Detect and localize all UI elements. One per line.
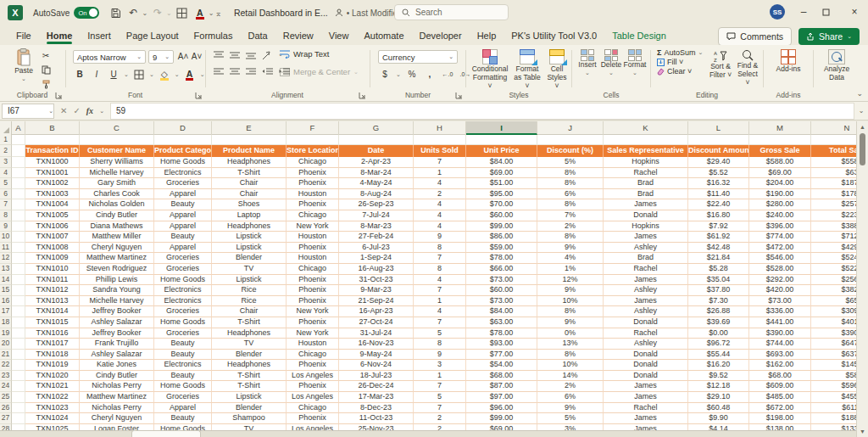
- excel-logo-icon[interactable]: X: [8, 5, 23, 20]
- cell[interactable]: Hopkins: [604, 157, 688, 168]
- format-cells-button[interactable]: Format ⌄: [624, 49, 646, 76]
- cell[interactable]: Lipstick: [212, 275, 287, 286]
- redo-button[interactable]: ↷: [150, 4, 165, 21]
- cell[interactable]: 27-Feb-24: [339, 232, 414, 243]
- cell[interactable]: Phoenix: [287, 275, 339, 286]
- font-color-button[interactable]: A: [183, 68, 197, 81]
- ribbon-tab-insert[interactable]: Insert: [80, 28, 119, 43]
- cell[interactable]: Katie Jones: [80, 360, 154, 371]
- cell[interactable]: Houston: [287, 189, 339, 200]
- cell[interactable]: Beauty: [154, 339, 212, 350]
- align-top-icon[interactable]: [214, 51, 224, 59]
- cell[interactable]: TXN1017: [25, 339, 80, 350]
- cell[interactable]: TXN1015: [25, 317, 80, 328]
- cell[interactable]: TXN1006: [25, 221, 80, 233]
- cell[interactable]: Chicago: [287, 210, 339, 221]
- cell[interactable]: $51.00: [466, 178, 537, 189]
- cell[interactable]: 5: [414, 392, 466, 403]
- cell[interactable]: Rice: [212, 285, 287, 296]
- cell[interactable]: TXN1014: [25, 306, 80, 317]
- cell[interactable]: Hopkins: [604, 221, 688, 233]
- font-color-dropdown[interactable]: ⌄: [200, 71, 205, 78]
- cell[interactable]: Donald: [604, 371, 688, 382]
- cell[interactable]: $647.28: [811, 339, 856, 350]
- cell[interactable]: $73.00: [749, 296, 811, 307]
- cell[interactable]: Beauty: [154, 232, 212, 243]
- cell[interactable]: James: [604, 381, 688, 392]
- ribbon-tab-file[interactable]: File: [8, 28, 39, 43]
- cell[interactable]: Matthew Martinez: [80, 253, 154, 264]
- cell[interactable]: $69.00: [466, 424, 537, 430]
- cell[interactable]: 2-Apr-23: [339, 157, 414, 168]
- maximize-button[interactable]: [822, 8, 836, 16]
- row-header-16[interactable]: 16: [0, 296, 12, 307]
- row-header-22[interactable]: 22: [0, 360, 12, 371]
- cell[interactable]: $223.20: [811, 210, 856, 221]
- align-bottom-icon[interactable]: [246, 51, 256, 59]
- increase-font-button[interactable]: A˄: [176, 50, 190, 63]
- cell[interactable]: 0%: [537, 328, 604, 339]
- cell[interactable]: [12, 339, 25, 350]
- cell[interactable]: [25, 135, 80, 145]
- cell[interactable]: 4: [414, 306, 466, 317]
- insert-cells-dropdown[interactable]: ⌄: [585, 70, 590, 76]
- cell[interactable]: 8-Dec-23: [339, 403, 414, 414]
- cell[interactable]: 8%: [537, 178, 604, 189]
- cell[interactable]: Nicholas Perry: [80, 381, 154, 392]
- cell[interactable]: $96.00: [466, 403, 537, 414]
- addins-button[interactable]: Add-ins: [771, 49, 805, 74]
- cell[interactable]: Chair: [212, 189, 287, 200]
- cell[interactable]: Los Angeles: [287, 424, 339, 430]
- cell[interactable]: $257.60: [811, 199, 856, 210]
- cell[interactable]: Houston: [287, 232, 339, 243]
- decrease-font-button[interactable]: A˅: [190, 50, 203, 63]
- cell[interactable]: Chicago: [287, 157, 339, 168]
- underline-dropdown[interactable]: ⌄: [124, 71, 129, 78]
- cell[interactable]: $588.00: [749, 157, 811, 168]
- cell[interactable]: Ashley: [604, 306, 688, 317]
- cell[interactable]: [12, 371, 25, 382]
- cell[interactable]: Cheryl Nguyen: [80, 243, 154, 254]
- increase-decimal-button[interactable]: ←.0: [441, 68, 454, 81]
- cell[interactable]: [12, 403, 25, 414]
- cell[interactable]: 6-Nov-24: [339, 360, 414, 371]
- cell[interactable]: Headphones: [212, 221, 287, 233]
- cell[interactable]: $69.00: [749, 168, 811, 179]
- row-header-23[interactable]: 23: [0, 371, 12, 382]
- cell[interactable]: $390.00: [749, 328, 811, 339]
- cell[interactable]: $240.00: [749, 210, 811, 221]
- cell[interactable]: Ashley Salazar: [80, 350, 154, 361]
- cell[interactable]: $78.00: [466, 253, 537, 264]
- column-header-M[interactable]: M: [749, 121, 811, 135]
- table-header-discount-amount[interactable]: Discount Amount: [688, 145, 749, 157]
- share-button[interactable]: Share ⌄: [798, 28, 860, 45]
- find-select-button[interactable]: Find & Select ˅: [735, 49, 760, 87]
- cell[interactable]: Donald: [604, 317, 688, 328]
- cell[interactable]: Rachel: [604, 328, 688, 339]
- font-name-select[interactable]: Aptos Narrow⌄: [73, 50, 146, 64]
- cell[interactable]: James: [604, 296, 688, 307]
- row-header-15[interactable]: 15: [0, 285, 12, 296]
- cell[interactable]: Ashley: [604, 339, 688, 350]
- cell[interactable]: $187.68: [811, 178, 856, 189]
- name-box[interactable]: I67 ⌄: [2, 104, 54, 119]
- cell[interactable]: $336.00: [749, 306, 811, 317]
- cut-button[interactable]: ✂: [39, 49, 53, 62]
- row-header-17[interactable]: 17: [0, 306, 12, 317]
- cell[interactable]: TXN1002: [25, 178, 80, 189]
- cell[interactable]: [12, 232, 25, 243]
- cell[interactable]: $637.56: [811, 350, 856, 361]
- table-header-date[interactable]: Date: [339, 145, 414, 157]
- cell[interactable]: TXN1004: [25, 199, 80, 210]
- cell[interactable]: 9: [414, 350, 466, 361]
- format-painter-button[interactable]: [39, 78, 53, 91]
- cell[interactable]: [12, 413, 25, 424]
- cell[interactable]: $63.00: [466, 317, 537, 328]
- close-button[interactable]: ×: [848, 6, 861, 18]
- cell[interactable]: $60.00: [466, 210, 537, 221]
- cell[interactable]: [12, 168, 25, 179]
- function-dropdown[interactable]: ⌄: [99, 108, 104, 115]
- cell[interactable]: 3: [414, 360, 466, 371]
- cell[interactable]: $22.40: [688, 199, 749, 210]
- cell[interactable]: [12, 350, 25, 361]
